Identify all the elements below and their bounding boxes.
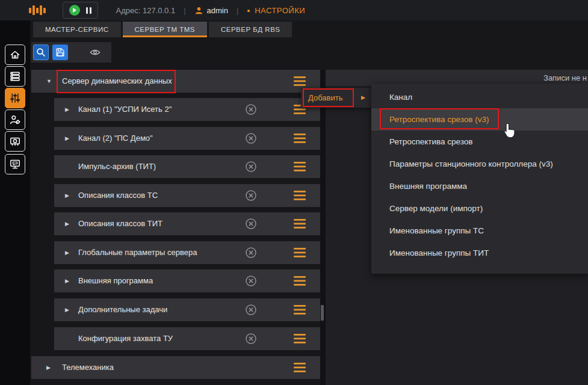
separator: | <box>184 6 185 15</box>
chevron-right-icon[interactable]: ▶ <box>65 307 69 313</box>
tree-row[interactable]: Конфигурация захвата ТУ <box>54 327 320 350</box>
submenu-item[interactable]: Параметры станционного контроллера (v3) <box>371 153 588 175</box>
server-list-icon[interactable] <box>5 66 25 87</box>
icon-sidebar <box>0 20 30 385</box>
remove-icon[interactable] <box>245 218 257 230</box>
row-menu-icon[interactable] <box>294 248 306 257</box>
remove-icon[interactable] <box>245 103 257 116</box>
remove-icon[interactable] <box>245 161 257 173</box>
tree-row[interactable]: ▶ Описания классов ТС <box>54 184 320 207</box>
tree-row[interactable]: ▶ Канал (2) "ПС Демо" <box>54 127 320 150</box>
tree-row[interactable]: Импульс-архив (ТИТ) <box>54 155 320 178</box>
remove-icon[interactable] <box>245 189 257 202</box>
chevron-down-icon[interactable]: ▼ <box>46 78 52 84</box>
context-menu: Добавить ▶ <box>301 88 371 108</box>
search-button[interactable] <box>33 45 49 60</box>
run-controls <box>63 2 98 19</box>
tree-row[interactable]: ▶ Телемеханика <box>31 356 320 379</box>
tab-master-service[interactable]: МАСТЕР-СЕРВИС <box>33 22 121 37</box>
eye-icon <box>88 47 102 58</box>
app-logo-icon <box>29 5 46 16</box>
row-menu-icon[interactable] <box>294 76 306 86</box>
sliders-icon[interactable] <box>5 88 25 108</box>
save-button[interactable] <box>52 45 68 60</box>
chevron-right-icon[interactable]: ▶ <box>65 106 69 112</box>
user-menu[interactable]: admin <box>194 6 228 15</box>
play-button[interactable] <box>69 5 80 16</box>
splitter-handle-icon[interactable] <box>321 305 324 321</box>
search-icon <box>36 47 46 58</box>
row-menu-icon[interactable] <box>294 191 306 200</box>
remove-icon[interactable] <box>245 275 257 287</box>
video-card-icon[interactable] <box>5 131 25 152</box>
tab-bar: МАСТЕР-СЕРВИС СЕРВЕР ТМ TMS СЕРВЕР БД RB… <box>33 22 292 37</box>
submenu-item[interactable]: Именованные группы ТИТ <box>371 242 588 264</box>
tree-row[interactable]: ▶ Дополнительные задачи <box>54 298 320 321</box>
row-menu-icon[interactable] <box>294 219 306 229</box>
tree-row[interactable]: ▼ Сервер динамических данных <box>31 70 320 93</box>
submenu-item[interactable]: Ретроспектива срезов <box>371 131 588 153</box>
submenu-item[interactable]: Именованные группы ТС <box>371 220 588 242</box>
tab-server-bd-rbs[interactable]: СЕРВЕР БД RBS <box>209 22 292 37</box>
submenu-item[interactable]: Канал <box>371 86 588 108</box>
tree-row-label: Телемеханика <box>62 356 114 379</box>
tree-row-label: Дополнительные задачи <box>78 298 167 321</box>
user-icon <box>194 6 203 15</box>
row-menu-icon[interactable] <box>294 134 306 143</box>
tree-row-label: Импульс-архив (ТИТ) <box>78 155 156 178</box>
remove-icon[interactable] <box>245 132 257 144</box>
tree-row-label: Канал (1) "УСПИ Исеть 2" <box>78 98 172 121</box>
visibility-button[interactable] <box>88 47 102 58</box>
row-menu-icon[interactable] <box>294 334 306 343</box>
separator: | <box>237 6 238 15</box>
chevron-right-icon[interactable]: ▶ <box>65 278 69 284</box>
tree-row[interactable]: ▶ Канал (1) "УСПИ Исеть 2" <box>54 98 320 121</box>
tree-row[interactable]: ▶ Описания классов ТИТ <box>54 212 320 235</box>
tree-toolbar <box>31 42 111 63</box>
tree-row[interactable]: ▶ Глобальные параметры сервера <box>54 241 320 264</box>
chevron-right-icon[interactable]: ▶ <box>46 365 51 371</box>
submenu-arrow-icon: ▶ <box>361 88 365 108</box>
play-icon <box>73 8 76 13</box>
tree-row-label: Описания классов ТС <box>78 184 158 207</box>
tree-row-label: Сервер динамических данных <box>62 70 172 93</box>
add-submenu: Канал Ретроспектива срезов (v3) Ретроспе… <box>371 84 588 274</box>
tree-row-label: Конфигурация захвата ТУ <box>78 327 173 350</box>
row-menu-icon[interactable] <box>294 305 306 315</box>
submenu-item-highlighted[interactable]: Ретроспектива срезов (v3) <box>371 108 588 131</box>
chevron-right-icon[interactable]: ▶ <box>65 192 69 199</box>
chevron-right-icon[interactable]: ▶ <box>65 250 69 256</box>
tree-row-label: Канал (2) "ПС Демо" <box>78 127 153 150</box>
row-menu-icon[interactable] <box>294 276 306 286</box>
remove-icon[interactable] <box>245 247 257 259</box>
chevron-right-icon[interactable]: ▶ <box>65 221 69 227</box>
submenu-item[interactable]: Сервер модели (импорт) <box>371 197 588 220</box>
context-menu-item-add[interactable]: Добавить <box>308 88 342 108</box>
panel-splitter[interactable] <box>320 70 326 385</box>
save-icon <box>55 47 66 58</box>
tree-row[interactable]: ▶ Внешняя программа <box>54 270 320 292</box>
monitor-chat-icon[interactable] <box>5 154 25 174</box>
submenu-item[interactable]: Внешняя программа <box>371 175 588 197</box>
row-menu-icon[interactable] <box>294 162 306 171</box>
user-name: admin <box>207 6 228 15</box>
settings-label: НАСТРОЙКИ <box>255 6 305 15</box>
chevron-right-icon[interactable]: ▶ <box>65 135 69 141</box>
top-bar: Адрес: 127.0.0.1 | admin | • НАСТРОЙКИ <box>0 0 588 20</box>
user-settings-icon[interactable] <box>5 109 25 130</box>
settings-nav[interactable]: • НАСТРОЙКИ <box>247 5 305 16</box>
remove-icon[interactable] <box>245 333 257 345</box>
tree-row-label: Описания классов ТИТ <box>78 212 162 235</box>
pause-button[interactable] <box>86 7 91 14</box>
bullet-icon: • <box>247 5 250 16</box>
tree-row-label: Внешняя программа <box>78 270 153 292</box>
home-icon[interactable] <box>5 45 25 65</box>
tree-row-label: Глобальные параметры сервера <box>78 241 197 264</box>
tab-server-tm-tms[interactable]: СЕРВЕР ТМ TMS <box>123 22 207 37</box>
app: { "topbar": { "address": "Адрес: 127.0.0… <box>0 0 588 385</box>
remove-icon[interactable] <box>245 304 257 316</box>
address-label: Адрес: 127.0.0.1 <box>116 6 176 15</box>
row-menu-icon[interactable] <box>294 363 306 372</box>
